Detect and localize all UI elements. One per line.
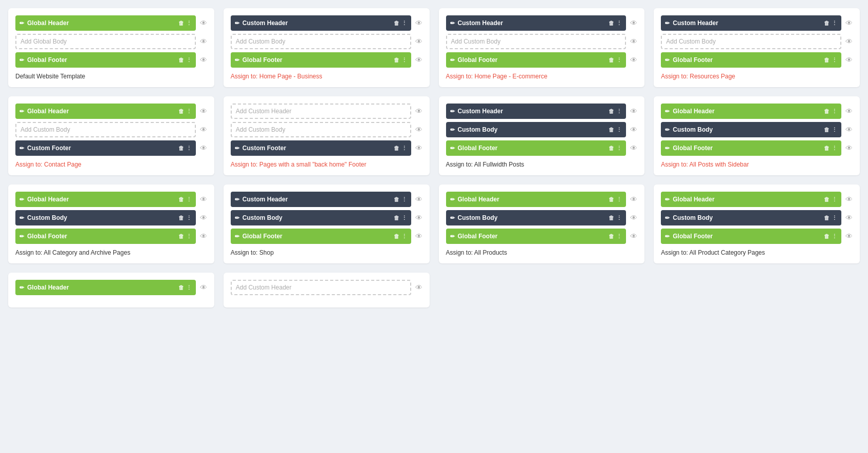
more-icon[interactable]: ⋮	[186, 108, 192, 115]
pencil-icon[interactable]: ✏	[450, 127, 455, 133]
pencil-icon[interactable]: ✏	[665, 215, 670, 221]
trash-icon[interactable]: 🗑	[178, 108, 184, 114]
more-icon[interactable]: ⋮	[401, 20, 407, 27]
row-bar-green[interactable]: ✏ Global Header 🗑 ⋮	[661, 104, 841, 119]
pencil-icon[interactable]: ✏	[450, 215, 455, 221]
row-bar-dark[interactable]: ✏ Custom Header 🗑 ⋮	[661, 15, 841, 31]
row-bar-green[interactable]: ✏ Global Footer 🗑 ⋮	[15, 52, 196, 68]
pencil-icon[interactable]: ✏	[450, 20, 455, 27]
row-bar-green[interactable]: ✏ Global Footer 🗑 ⋮	[661, 229, 841, 244]
trash-icon[interactable]: 🗑	[609, 20, 614, 26]
row-bar-dark[interactable]: ✏ Custom Header 🗑 ⋮	[231, 192, 411, 207]
trash-icon[interactable]: 🗑	[824, 108, 830, 114]
pencil-icon[interactable]: ✏	[450, 108, 455, 115]
row-bar-empty[interactable]: Add Global Body	[15, 34, 196, 49]
card-assignment-label[interactable]: Assign to: Resources Page	[661, 73, 853, 80]
trash-icon[interactable]: 🗑	[824, 20, 830, 26]
row-bar-empty[interactable]: Add Custom Body	[231, 122, 411, 137]
more-icon[interactable]: ⋮	[832, 233, 837, 240]
more-icon[interactable]: ⋮	[186, 196, 192, 203]
more-icon[interactable]: ⋮	[401, 215, 407, 221]
eye-icon[interactable]: 👁	[200, 232, 207, 240]
pencil-icon[interactable]: ✏	[450, 233, 455, 240]
eye-icon[interactable]: 👁	[415, 19, 422, 27]
more-icon[interactable]: ⋮	[832, 127, 837, 133]
row-bar-green[interactable]: ✏ Global Footer 🗑 ⋮	[15, 229, 196, 244]
eye-icon[interactable]: 👁	[415, 214, 422, 222]
pencil-icon[interactable]: ✏	[665, 57, 670, 64]
eye-icon[interactable]: 👁	[200, 107, 207, 115]
trash-icon[interactable]: 🗑	[609, 215, 614, 221]
pencil-icon[interactable]: ✏	[235, 145, 239, 152]
trash-icon[interactable]: 🗑	[394, 196, 399, 202]
row-bar-green[interactable]: ✏ Global Header 🗑 ⋮	[661, 192, 841, 207]
row-bar-green[interactable]: ✏ Global Footer 🗑 ⋮	[661, 140, 841, 156]
pencil-icon[interactable]: ✏	[19, 284, 24, 291]
trash-icon[interactable]: 🗑	[394, 215, 399, 221]
eye-icon[interactable]: 👁	[630, 214, 637, 222]
pencil-icon[interactable]: ✏	[19, 233, 24, 240]
eye-icon[interactable]: 👁	[415, 283, 422, 292]
eye-icon[interactable]: 👁	[200, 19, 207, 27]
more-icon[interactable]: ⋮	[186, 20, 192, 27]
eye-icon[interactable]: 👁	[415, 37, 422, 46]
row-bar-dark[interactable]: ✏ Custom Body 🗑 ⋮	[231, 210, 411, 225]
eye-icon[interactable]: 👁	[415, 56, 422, 64]
more-icon[interactable]: ⋮	[186, 233, 192, 240]
eye-icon[interactable]: 👁	[630, 37, 637, 46]
card-assignment-label[interactable]: Assign to: All Posts with Sidebar	[661, 161, 853, 168]
more-icon[interactable]: ⋮	[832, 215, 837, 221]
row-bar-dark[interactable]: ✏ Custom Body 🗑 ⋮	[15, 210, 196, 225]
more-icon[interactable]: ⋮	[186, 215, 192, 221]
pencil-icon[interactable]: ✏	[19, 196, 24, 203]
more-icon[interactable]: ⋮	[401, 57, 407, 64]
pencil-icon[interactable]: ✏	[19, 108, 24, 115]
more-icon[interactable]: ⋮	[616, 196, 622, 203]
row-bar-green[interactable]: ✏ Global Header 🗑 ⋮	[15, 280, 196, 295]
eye-icon[interactable]: 👁	[845, 19, 853, 27]
trash-icon[interactable]: 🗑	[178, 145, 184, 151]
row-bar-green[interactable]: ✏ Global Header 🗑 ⋮	[15, 15, 196, 31]
trash-icon[interactable]: 🗑	[178, 57, 184, 63]
row-bar-dark[interactable]: ✏ Custom Footer 🗑 ⋮	[15, 140, 196, 156]
row-bar-green[interactable]: ✏ Global Footer 🗑 ⋮	[231, 229, 411, 244]
card-assignment-label[interactable]: Assign to: Home Page - E-commerce	[446, 73, 638, 80]
pencil-icon[interactable]: ✏	[665, 233, 670, 240]
eye-icon[interactable]: 👁	[630, 19, 637, 27]
trash-icon[interactable]: 🗑	[178, 215, 184, 221]
row-bar-dark[interactable]: ✏ Custom Body 🗑 ⋮	[661, 210, 841, 225]
row-bar-empty[interactable]: Add Custom Header	[231, 280, 411, 295]
pencil-icon[interactable]: ✏	[665, 196, 670, 203]
trash-icon[interactable]: 🗑	[178, 284, 184, 291]
row-bar-green[interactable]: ✏ Global Header 🗑 ⋮	[15, 104, 196, 119]
more-icon[interactable]: ⋮	[832, 108, 837, 115]
row-bar-green[interactable]: ✏ Global Header 🗑 ⋮	[15, 192, 196, 207]
pencil-icon[interactable]: ✏	[235, 196, 239, 203]
more-icon[interactable]: ⋮	[401, 196, 407, 203]
eye-icon[interactable]: 👁	[845, 214, 853, 222]
row-bar-green[interactable]: ✏ Global Footer 🗑 ⋮	[446, 52, 627, 68]
row-bar-green[interactable]: ✏ Global Header 🗑 ⋮	[446, 192, 627, 207]
more-icon[interactable]: ⋮	[186, 284, 192, 291]
eye-icon[interactable]: 👁	[630, 195, 637, 203]
trash-icon[interactable]: 🗑	[824, 215, 830, 221]
eye-icon[interactable]: 👁	[415, 126, 422, 134]
eye-icon[interactable]: 👁	[845, 107, 853, 115]
eye-icon[interactable]: 👁	[845, 56, 853, 64]
pencil-icon[interactable]: ✏	[450, 57, 455, 64]
pencil-icon[interactable]: ✏	[235, 233, 239, 240]
more-icon[interactable]: ⋮	[401, 233, 407, 240]
pencil-icon[interactable]: ✏	[19, 57, 24, 64]
eye-icon[interactable]: 👁	[200, 37, 207, 46]
more-icon[interactable]: ⋮	[616, 127, 622, 133]
trash-icon[interactable]: 🗑	[178, 233, 184, 239]
row-bar-empty[interactable]: Add Custom Body	[15, 122, 196, 137]
eye-icon[interactable]: 👁	[415, 232, 422, 240]
pencil-icon[interactable]: ✏	[235, 20, 239, 27]
row-bar-dark[interactable]: ✏ Custom Header 🗑 ⋮	[231, 15, 411, 31]
row-bar-empty[interactable]: Add Custom Body	[446, 34, 627, 49]
trash-icon[interactable]: 🗑	[609, 127, 614, 133]
pencil-icon[interactable]: ✏	[665, 145, 670, 152]
more-icon[interactable]: ⋮	[616, 20, 622, 27]
more-icon[interactable]: ⋮	[832, 196, 837, 203]
